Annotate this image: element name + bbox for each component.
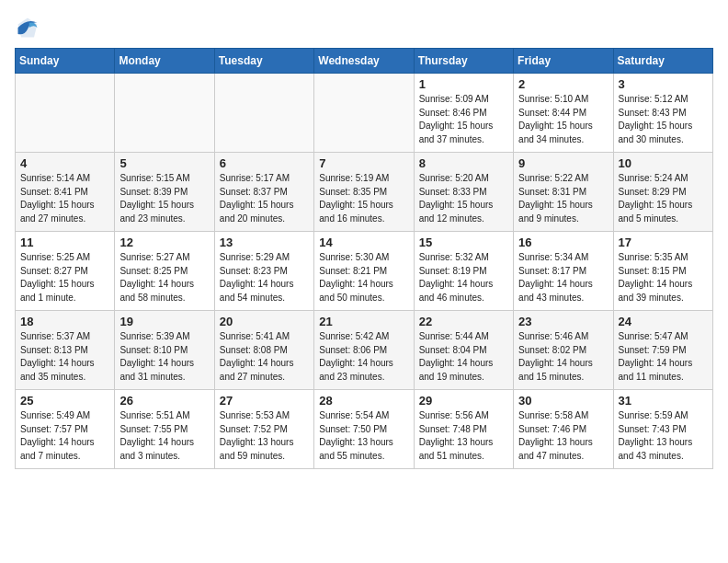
day-info: Sunrise: 5:10 AM Sunset: 8:44 PM Dayligh… (518, 93, 608, 146)
day-number: 11 (20, 236, 109, 249)
day-info: Sunrise: 5:20 AM Sunset: 8:33 PM Dayligh… (419, 172, 508, 225)
day-number: 28 (319, 394, 408, 408)
weekday-header-saturday: Saturday (613, 49, 712, 74)
calendar-cell: 16Sunrise: 5:34 AM Sunset: 8:17 PM Dayli… (514, 232, 613, 311)
day-info: Sunrise: 5:25 AM Sunset: 8:27 PM Dayligh… (20, 251, 109, 304)
logo (15, 15, 44, 40)
day-info: Sunrise: 5:34 AM Sunset: 8:17 PM Dayligh… (518, 251, 608, 304)
day-number: 21 (319, 315, 408, 328)
weekday-header-friday: Friday (514, 49, 613, 74)
day-info: Sunrise: 5:32 AM Sunset: 8:19 PM Dayligh… (419, 251, 508, 304)
calendar-cell: 3Sunrise: 5:12 AM Sunset: 8:43 PM Daylig… (613, 74, 712, 153)
calendar-week-5: 25Sunrise: 5:49 AM Sunset: 7:57 PM Dayli… (16, 390, 713, 469)
day-number: 19 (119, 315, 209, 328)
day-info: Sunrise: 5:27 AM Sunset: 8:25 PM Dayligh… (119, 251, 209, 304)
calendar-cell: 20Sunrise: 5:41 AM Sunset: 8:08 PM Dayli… (214, 311, 313, 390)
calendar-cell (115, 74, 214, 153)
day-number: 5 (119, 156, 209, 170)
day-number: 14 (319, 236, 408, 249)
day-number: 26 (119, 394, 209, 408)
calendar-cell: 18Sunrise: 5:37 AM Sunset: 8:13 PM Dayli… (16, 311, 115, 390)
day-info: Sunrise: 5:56 AM Sunset: 7:48 PM Dayligh… (419, 409, 508, 463)
calendar-cell: 5Sunrise: 5:15 AM Sunset: 8:39 PM Daylig… (115, 153, 214, 232)
day-info: Sunrise: 5:58 AM Sunset: 7:46 PM Dayligh… (518, 409, 608, 463)
day-info: Sunrise: 5:54 AM Sunset: 7:50 PM Dayligh… (319, 409, 408, 463)
day-number: 22 (419, 315, 508, 328)
day-number: 12 (119, 236, 209, 249)
day-number: 7 (319, 156, 408, 170)
day-number: 24 (619, 315, 708, 328)
calendar-week-4: 18Sunrise: 5:37 AM Sunset: 8:13 PM Dayli… (16, 311, 713, 390)
calendar-week-3: 11Sunrise: 5:25 AM Sunset: 8:27 PM Dayli… (16, 232, 713, 311)
calendar-week-2: 4Sunrise: 5:14 AM Sunset: 8:41 PM Daylig… (16, 153, 713, 232)
calendar-cell: 26Sunrise: 5:51 AM Sunset: 7:55 PM Dayli… (115, 390, 214, 469)
calendar-cell: 10Sunrise: 5:24 AM Sunset: 8:29 PM Dayli… (613, 153, 712, 232)
day-number: 6 (220, 156, 309, 170)
day-info: Sunrise: 5:22 AM Sunset: 8:31 PM Dayligh… (518, 172, 608, 225)
calendar-cell: 8Sunrise: 5:20 AM Sunset: 8:33 PM Daylig… (414, 153, 513, 232)
day-info: Sunrise: 5:47 AM Sunset: 7:59 PM Dayligh… (619, 330, 708, 384)
weekday-header-tuesday: Tuesday (214, 49, 313, 74)
day-info: Sunrise: 5:35 AM Sunset: 8:15 PM Dayligh… (619, 251, 708, 304)
day-info: Sunrise: 5:37 AM Sunset: 8:13 PM Dayligh… (20, 330, 109, 384)
day-info: Sunrise: 5:44 AM Sunset: 8:04 PM Dayligh… (419, 330, 508, 384)
calendar-cell: 13Sunrise: 5:29 AM Sunset: 8:23 PM Dayli… (214, 232, 313, 311)
day-info: Sunrise: 5:39 AM Sunset: 8:10 PM Dayligh… (119, 330, 209, 384)
day-number: 30 (518, 394, 608, 408)
calendar-cell: 9Sunrise: 5:22 AM Sunset: 8:31 PM Daylig… (514, 153, 613, 232)
weekday-header-monday: Monday (115, 49, 214, 74)
day-number: 31 (619, 394, 708, 408)
calendar-cell: 25Sunrise: 5:49 AM Sunset: 7:57 PM Dayli… (16, 390, 115, 469)
day-info: Sunrise: 5:59 AM Sunset: 7:43 PM Dayligh… (619, 409, 708, 463)
weekday-header-thursday: Thursday (414, 49, 513, 74)
day-number: 8 (419, 156, 508, 170)
day-number: 4 (20, 156, 109, 170)
day-info: Sunrise: 5:49 AM Sunset: 7:57 PM Dayligh… (20, 409, 109, 463)
day-number: 29 (419, 394, 508, 408)
calendar-cell: 14Sunrise: 5:30 AM Sunset: 8:21 PM Dayli… (314, 232, 414, 311)
day-number: 13 (220, 236, 309, 249)
logo-icon (15, 15, 40, 40)
calendar-cell: 15Sunrise: 5:32 AM Sunset: 8:19 PM Dayli… (414, 232, 513, 311)
calendar-cell: 31Sunrise: 5:59 AM Sunset: 7:43 PM Dayli… (613, 390, 712, 469)
day-info: Sunrise: 5:14 AM Sunset: 8:41 PM Dayligh… (20, 172, 109, 225)
calendar-body: 1Sunrise: 5:09 AM Sunset: 8:46 PM Daylig… (16, 74, 713, 469)
calendar-cell: 30Sunrise: 5:58 AM Sunset: 7:46 PM Dayli… (514, 390, 613, 469)
day-info: Sunrise: 5:30 AM Sunset: 8:21 PM Dayligh… (319, 251, 408, 304)
calendar-cell: 4Sunrise: 5:14 AM Sunset: 8:41 PM Daylig… (16, 153, 115, 232)
calendar-cell: 2Sunrise: 5:10 AM Sunset: 8:44 PM Daylig… (514, 74, 613, 153)
calendar-cell: 6Sunrise: 5:17 AM Sunset: 8:37 PM Daylig… (214, 153, 313, 232)
day-number: 25 (20, 394, 109, 408)
calendar-cell: 27Sunrise: 5:53 AM Sunset: 7:52 PM Dayli… (214, 390, 313, 469)
day-number: 17 (619, 236, 708, 249)
day-info: Sunrise: 5:17 AM Sunset: 8:37 PM Dayligh… (220, 172, 309, 225)
weekday-header-sunday: Sunday (16, 49, 115, 74)
calendar-table: SundayMondayTuesdayWednesdayThursdayFrid… (15, 48, 713, 469)
day-info: Sunrise: 5:46 AM Sunset: 8:02 PM Dayligh… (518, 330, 608, 384)
page-header (15, 15, 713, 40)
day-number: 9 (518, 156, 608, 170)
day-number: 1 (419, 77, 508, 91)
calendar-cell: 23Sunrise: 5:46 AM Sunset: 8:02 PM Dayli… (514, 311, 613, 390)
day-info: Sunrise: 5:24 AM Sunset: 8:29 PM Dayligh… (619, 172, 708, 225)
calendar-cell: 24Sunrise: 5:47 AM Sunset: 7:59 PM Dayli… (613, 311, 712, 390)
day-number: 18 (20, 315, 109, 328)
calendar-cell: 29Sunrise: 5:56 AM Sunset: 7:48 PM Dayli… (414, 390, 513, 469)
calendar-cell (16, 74, 115, 153)
day-info: Sunrise: 5:42 AM Sunset: 8:06 PM Dayligh… (319, 330, 408, 384)
weekday-header-wednesday: Wednesday (314, 49, 414, 74)
calendar-cell: 12Sunrise: 5:27 AM Sunset: 8:25 PM Dayli… (115, 232, 214, 311)
day-number: 27 (220, 394, 309, 408)
calendar-cell: 19Sunrise: 5:39 AM Sunset: 8:10 PM Dayli… (115, 311, 214, 390)
day-number: 3 (619, 77, 708, 91)
day-number: 20 (220, 315, 309, 328)
day-info: Sunrise: 5:41 AM Sunset: 8:08 PM Dayligh… (220, 330, 309, 384)
calendar-cell (314, 74, 414, 153)
calendar-header: SundayMondayTuesdayWednesdayThursdayFrid… (16, 49, 713, 74)
day-info: Sunrise: 5:09 AM Sunset: 8:46 PM Dayligh… (419, 93, 508, 146)
calendar-cell: 28Sunrise: 5:54 AM Sunset: 7:50 PM Dayli… (314, 390, 414, 469)
day-info: Sunrise: 5:12 AM Sunset: 8:43 PM Dayligh… (619, 93, 708, 146)
day-number: 23 (518, 315, 608, 328)
day-number: 16 (518, 236, 608, 249)
calendar-cell: 7Sunrise: 5:19 AM Sunset: 8:35 PM Daylig… (314, 153, 414, 232)
